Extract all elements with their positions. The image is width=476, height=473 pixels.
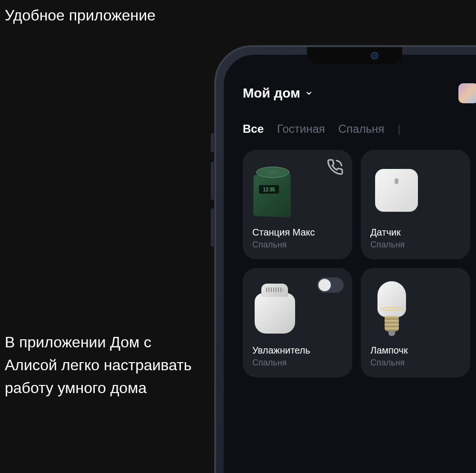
speaker-device-icon: 12:35 — [252, 164, 295, 217]
phone-mute-button-icon — [211, 133, 214, 152]
device-label: Станция Макс — [252, 227, 343, 238]
device-icon-area: 12:35 — [252, 159, 343, 221]
device-label: Увлажнитель — [252, 345, 343, 356]
device-label: Датчик — [370, 227, 461, 238]
bulb-device-icon — [375, 281, 408, 336]
phone-notch — [307, 47, 402, 64]
device-card-sensor[interactable]: Датчик Спальня — [361, 150, 470, 259]
device-card-humidifier[interactable]: Увлажнитель Спальня — [243, 268, 352, 377]
sensor-device-icon — [375, 169, 418, 212]
device-card-speaker[interactable]: 12:35 Станция Макс Спальня — [243, 150, 352, 259]
device-label: Лампочк — [370, 345, 461, 356]
device-icon-area — [252, 277, 343, 339]
room-tabs: Все Гостиная Спальня | — [243, 122, 476, 136]
page-description: В приложении Дом с Алисой легко настраив… — [5, 331, 195, 399]
device-room: Спальня — [370, 240, 461, 250]
device-grid: 12:35 Станция Макс Спальня Датчик Спал — [243, 150, 476, 377]
app-header: Мой дом — [243, 83, 476, 103]
device-room: Спальня — [252, 358, 343, 368]
page-title: Удобное приложение — [5, 7, 156, 24]
phone-camera-icon — [371, 52, 378, 59]
chevron-down-icon — [305, 89, 313, 97]
device-room: Спальня — [252, 240, 343, 250]
phone-frame: Мой дом Все Гостиная Спальня | — [214, 45, 476, 473]
device-icon-area — [370, 159, 461, 221]
tab-bedroom[interactable]: Спальня — [338, 122, 384, 136]
home-dropdown-label: Мой дом — [243, 86, 300, 101]
tab-living-room[interactable]: Гостиная — [277, 122, 325, 136]
speaker-time-display: 12:35 — [259, 185, 279, 194]
tab-divider: | — [397, 122, 400, 136]
humidifier-device-icon — [255, 284, 295, 334]
tab-all[interactable]: Все — [243, 122, 264, 136]
device-card-bulb[interactable]: Лампочк Спальня — [361, 268, 470, 377]
phone-volume-up-button-icon — [211, 162, 214, 200]
phone-volume-down-button-icon — [211, 208, 214, 246]
device-icon-area — [370, 277, 461, 339]
avatar[interactable] — [458, 83, 476, 103]
device-room: Спальня — [370, 358, 461, 368]
app-screen: Мой дом Все Гостиная Спальня | — [224, 55, 476, 473]
home-dropdown[interactable]: Мой дом — [243, 86, 313, 101]
